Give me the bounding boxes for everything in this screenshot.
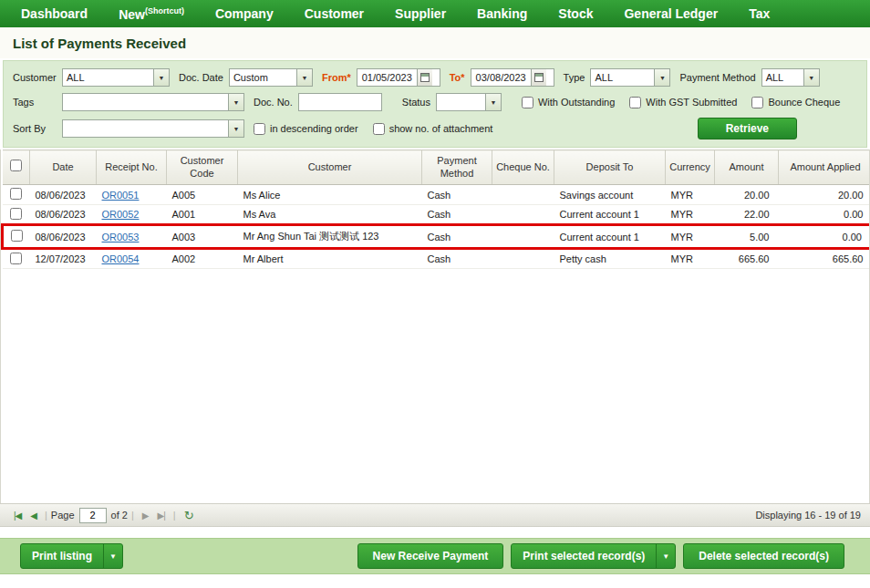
new-receive-payment-button[interactable]: New Receive Payment (357, 543, 504, 569)
with-outstanding-label: With Outstanding (538, 97, 615, 108)
nav-item-new[interactable]: New(Shortcut) (103, 6, 200, 22)
bounce-cheque-checkbox-input[interactable] (751, 97, 763, 108)
cell-customer-code: A002 (167, 249, 238, 269)
table-row-highlighted[interactable]: 08/06/2023 OR0053 A003 Mr Ang Shun Tai 测… (3, 225, 870, 249)
col-header-customer[interactable]: Customer (238, 150, 422, 185)
col-header-deposit-to[interactable]: Deposit To (554, 150, 666, 185)
cell-deposit-to: Petty cash (554, 249, 666, 269)
nav-item-dashboard[interactable]: Dashboard (5, 6, 103, 21)
customer-filter-value: ALL (63, 69, 153, 86)
filter-row-1: Customer ALL ▼ Doc. Date Custom ▼ From* … (13, 68, 857, 87)
to-date-input[interactable]: 03/08/2023 (471, 68, 554, 87)
cell-amount: 20.00 (715, 185, 779, 205)
nav-label: Supplier (395, 6, 446, 21)
show-attachment-label: show no. of attachment (389, 123, 493, 134)
doc-no-input[interactable] (298, 93, 382, 111)
delete-selected-records-button[interactable]: Delete selected record(s) (683, 543, 844, 569)
receipt-link[interactable]: OR0051 (102, 190, 140, 201)
nav-item-general-ledger[interactable]: General Ledger (608, 6, 733, 21)
type-filter-select[interactable]: ALL ▼ (590, 68, 670, 87)
toolbar-separator: | (45, 510, 47, 521)
col-header-amount[interactable]: Amount (715, 150, 779, 185)
sort-by-filter-select[interactable]: ▼ (62, 119, 244, 138)
descending-order-checkbox[interactable]: in descending order (254, 123, 358, 135)
col-header-cheque-no[interactable]: Cheque No. (492, 150, 554, 185)
row-checkbox[interactable] (10, 208, 22, 220)
nav-shortcut-sup: (Shortcut) (145, 6, 184, 15)
receipt-link[interactable]: OR0054 (102, 253, 140, 264)
cell-payment-method: Cash (422, 249, 492, 269)
col-header-customer-code[interactable]: Customer Code (167, 150, 238, 185)
chevron-down-icon[interactable]: ▼ (103, 544, 122, 568)
bounce-cheque-checkbox[interactable]: Bounce Cheque (751, 97, 840, 108)
sort-by-filter-value (63, 120, 228, 137)
nav-item-tax[interactable]: Tax (733, 6, 785, 21)
payments-grid: Date Receipt No. Customer Code Customer … (0, 150, 870, 503)
nav-label: Customer (305, 6, 364, 21)
status-filter-label: Status (402, 97, 430, 108)
row-checkbox[interactable] (11, 230, 23, 242)
payment-method-filter-select[interactable]: ALL ▼ (761, 68, 820, 87)
refresh-icon[interactable]: ↻ (180, 509, 199, 522)
col-header-receipt-no[interactable]: Receipt No. (97, 150, 167, 185)
col-header-amount-applied[interactable]: Amount Applied (779, 150, 870, 185)
row-checkbox[interactable] (10, 253, 22, 264)
top-nav: Dashboard New(Shortcut) Company Customer… (0, 0, 870, 27)
calendar-icon[interactable] (531, 69, 546, 86)
nav-item-customer[interactable]: Customer (289, 6, 379, 21)
row-checkbox[interactable] (10, 188, 22, 200)
col-header-currency[interactable]: Currency (666, 150, 715, 185)
table-row[interactable]: 08/06/2023 OR0052 A001 Ms Ava Cash Curre… (3, 205, 870, 225)
show-attachment-checkbox-input[interactable] (373, 123, 385, 135)
col-header-payment-method[interactable]: Payment Method (422, 150, 492, 185)
calendar-icon[interactable] (417, 69, 432, 86)
cell-deposit-to: Current account 1 (554, 225, 666, 249)
nav-item-supplier[interactable]: Supplier (379, 6, 461, 21)
cell-amount-applied: 20.00 (779, 185, 870, 205)
customer-filter-select[interactable]: ALL ▼ (62, 68, 170, 87)
previous-page-icon[interactable]: ◀ (26, 511, 41, 521)
print-listing-button[interactable]: Print listing ▼ (20, 543, 123, 569)
type-filter-value: ALL (591, 69, 654, 86)
with-gst-submitted-label: With GST Submitted (646, 97, 737, 108)
with-outstanding-checkbox-input[interactable] (522, 97, 533, 108)
nav-item-company[interactable]: Company (200, 6, 289, 21)
show-attachment-checkbox[interactable]: show no. of attachment (373, 123, 493, 135)
next-page-icon[interactable]: ▶ (138, 511, 153, 521)
cell-currency: MYR (666, 249, 715, 269)
with-gst-submitted-checkbox-input[interactable] (629, 97, 641, 108)
page-number-input[interactable] (79, 508, 107, 523)
page-label: Page (51, 510, 75, 521)
nav-item-banking[interactable]: Banking (461, 6, 543, 21)
col-header-date[interactable]: Date (30, 150, 97, 185)
cell-customer: Ms Ava (238, 205, 422, 225)
status-filter-select[interactable]: ▼ (436, 93, 502, 111)
chevron-down-icon: ▼ (296, 69, 312, 86)
cell-customer-code: A005 (167, 185, 238, 205)
last-page-icon[interactable]: ▶| (152, 511, 169, 521)
descending-order-checkbox-input[interactable] (254, 123, 265, 135)
with-outstanding-checkbox[interactable]: With Outstanding (522, 97, 615, 108)
doc-date-filter-select[interactable]: Custom ▼ (229, 68, 313, 87)
with-gst-submitted-checkbox[interactable]: With GST Submitted (629, 97, 737, 108)
print-selected-records-button[interactable]: Print selected record(s) ▼ (511, 543, 676, 569)
sort-by-filter-label: Sort By (13, 123, 57, 134)
chevron-down-icon[interactable]: ▼ (656, 544, 675, 568)
cell-amount: 665.60 (715, 249, 779, 269)
first-page-icon[interactable]: |◀ (9, 511, 26, 521)
retrieve-button[interactable]: Retrieve (698, 118, 797, 139)
receipt-link[interactable]: OR0052 (102, 209, 140, 220)
from-date-input[interactable]: 01/05/2023 (357, 68, 440, 87)
select-all-checkbox[interactable] (10, 160, 22, 171)
tags-filter-select[interactable]: ▼ (62, 93, 244, 111)
cell-deposit-to: Savings account (554, 185, 666, 205)
tags-filter-label: Tags (13, 97, 57, 108)
table-row[interactable]: 08/06/2023 OR0051 A005 Ms Alice Cash Sav… (3, 185, 870, 205)
nav-item-stock[interactable]: Stock (543, 6, 608, 21)
nav-label: Dashboard (21, 6, 88, 21)
cell-amount: 5.00 (715, 225, 779, 249)
cell-customer: Mr Ang Shun Tai 测试测试 123 (238, 225, 422, 249)
receipt-link[interactable]: OR0053 (102, 232, 140, 242)
table-row[interactable]: 12/07/2023 OR0054 A002 Mr Albert Cash Pe… (3, 249, 870, 269)
cell-date: 08/06/2023 (30, 185, 97, 205)
